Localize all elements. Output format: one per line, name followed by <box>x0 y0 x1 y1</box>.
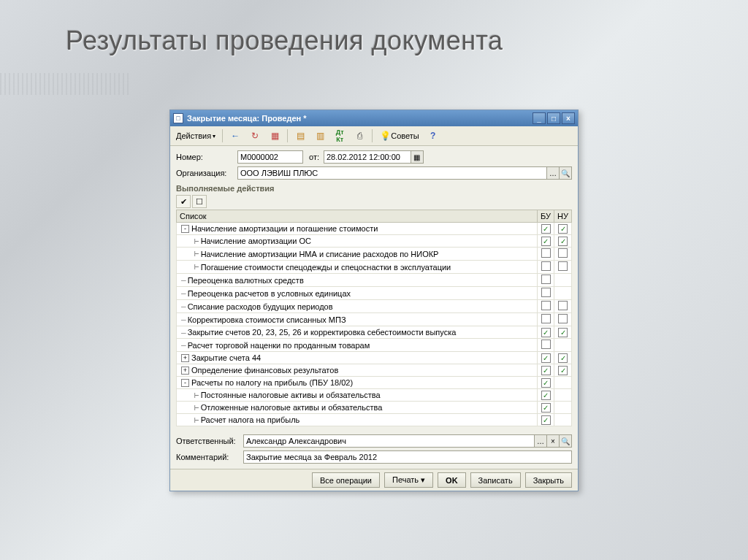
collapse-icon[interactable]: - <box>181 379 189 387</box>
bu-checkbox[interactable] <box>541 275 551 284</box>
nu-checkbox[interactable] <box>558 366 568 375</box>
bu-checkbox[interactable] <box>541 340 551 349</box>
resp-search-button[interactable]: 🔍 <box>559 434 572 448</box>
titlebar: □ Закрытие месяца: Проведен * _ □ × <box>170 110 578 126</box>
bu-checkbox[interactable] <box>541 415 551 425</box>
responsible-field[interactable] <box>243 434 535 448</box>
actions-menu[interactable]: Действия▾ <box>173 129 218 143</box>
collapse-icon[interactable]: - <box>181 225 189 233</box>
bu-checkbox[interactable] <box>541 391 551 400</box>
tree-branch-icon: ⊢ <box>194 403 199 413</box>
nu-checkbox[interactable] <box>558 301 568 310</box>
row-label: Постоянные налоговые активы и обязательс… <box>201 391 381 399</box>
table-row: —Списание расходов будущих периодов <box>177 300 572 313</box>
expand-icon[interactable]: + <box>181 354 189 362</box>
org-select-button[interactable]: … <box>546 166 560 180</box>
close-window-button[interactable]: Закрыть <box>525 472 572 488</box>
org-search-button[interactable]: 🔍 <box>559 166 572 180</box>
bu-checkbox[interactable] <box>541 366 551 375</box>
tree-leaf-icon: — <box>181 275 186 285</box>
bu-checkbox[interactable] <box>541 224 551 234</box>
table-row: ⊢Отложенные налоговые активы и обязатель… <box>177 402 572 414</box>
tips-button[interactable]: 💡Советы <box>376 129 421 143</box>
doc2-button[interactable]: ▥ <box>311 129 329 143</box>
bu-checkbox[interactable] <box>541 248 551 258</box>
bu-checkbox[interactable] <box>541 314 551 323</box>
table-row: —Корректировка стоимости списанных МПЗ <box>177 313 572 326</box>
help-button[interactable]: ? <box>424 129 442 143</box>
row-label: Начисление амортизации НМА и списание ра… <box>201 250 439 258</box>
bu-checkbox[interactable] <box>541 288 551 297</box>
document-icon: ▤ <box>294 130 306 142</box>
date-field[interactable] <box>324 150 411 164</box>
close-button[interactable]: × <box>562 112 575 124</box>
lightbulb-icon: 💡 <box>379 130 391 142</box>
row-label: Расчеты по налогу на прибыль (ПБУ 18/02) <box>191 378 353 387</box>
org-label: Организация: <box>176 169 237 177</box>
row-label: Закрытие счета 44 <box>191 353 261 362</box>
nu-checkbox[interactable] <box>558 314 568 323</box>
date-picker-button[interactable]: ▦ <box>411 150 424 164</box>
tree-branch-icon: ⊢ <box>194 415 199 425</box>
org-field[interactable] <box>237 166 547 180</box>
resp-clear-button[interactable]: × <box>546 434 560 448</box>
help-icon: ? <box>427 130 439 142</box>
button-bar: Все операции Печать ▾ OK Записать Закрыт… <box>170 469 578 491</box>
responsible-label: Ответственный: <box>176 437 243 445</box>
refresh-button[interactable]: ↻ <box>246 129 264 143</box>
tree-leaf-icon: — <box>181 288 186 298</box>
dtkt-icon: ДтКт <box>334 130 346 142</box>
table-row: +Закрытие счета 44 <box>177 352 572 364</box>
resp-select-button[interactable]: … <box>534 434 547 448</box>
section-title: Выполняемые действия <box>176 184 572 193</box>
print-button[interactable]: ⎙ <box>351 129 368 143</box>
comment-field[interactable] <box>243 450 572 464</box>
row-label: Определение финансовых результатов <box>191 366 338 375</box>
bu-checkbox[interactable] <box>541 403 551 413</box>
tree-branch-icon: ⊢ <box>194 249 199 258</box>
back-button[interactable]: ← <box>226 129 244 143</box>
bu-checkbox[interactable] <box>541 378 551 388</box>
table-row: ⊢Начисление амортизации НМА и списание р… <box>177 248 572 261</box>
col-bu: БУ <box>538 210 554 223</box>
table-row: -Расчеты по налогу на прибыль (ПБУ 18/02… <box>177 377 572 389</box>
row-label: Закрытие счетов 20, 23, 25, 26 и коррект… <box>188 328 457 337</box>
table-row: +Определение финансовых результатов <box>177 364 572 377</box>
calendar-small-icon: ▦ <box>413 153 420 161</box>
bu-checkbox[interactable] <box>541 261 551 271</box>
bu-checkbox[interactable] <box>541 301 551 310</box>
bu-checkbox[interactable] <box>541 328 551 337</box>
bu-checkbox[interactable] <box>541 237 551 246</box>
row-label: Погашение стоимости спецодежды и спецосн… <box>201 263 451 272</box>
number-field[interactable] <box>237 150 303 164</box>
maximize-button[interactable]: □ <box>547 112 560 124</box>
row-label: Отложенные налоговые активы и обязательс… <box>201 403 383 412</box>
tree-branch-icon: ⊢ <box>194 237 199 246</box>
uncheck-all-button[interactable]: ☐ <box>192 195 207 208</box>
number-label: Номер: <box>176 153 237 161</box>
col-list: Список <box>177 210 538 223</box>
calendar-button[interactable]: ▦ <box>266 129 283 143</box>
ok-button[interactable]: OK <box>438 472 466 488</box>
nu-checkbox[interactable] <box>558 353 568 363</box>
doc1-button[interactable]: ▤ <box>291 129 309 143</box>
all-operations-button[interactable]: Все операции <box>312 472 380 488</box>
row-label: Начисление амортизации ОС <box>201 237 311 245</box>
nu-checkbox[interactable] <box>558 261 568 271</box>
nu-checkbox[interactable] <box>558 328 568 337</box>
arrow-left-icon: ← <box>229 130 241 142</box>
nu-checkbox[interactable] <box>558 224 568 234</box>
table-row: —Переоценка валютных средств <box>177 274 572 287</box>
expand-icon[interactable]: + <box>181 367 189 375</box>
save-button[interactable]: Записать <box>470 472 521 488</box>
table-row: —Закрытие счетов 20, 23, 25, 26 и коррек… <box>177 326 572 339</box>
bu-checkbox[interactable] <box>541 353 551 363</box>
print-menu-button[interactable]: Печать ▾ <box>384 472 433 488</box>
nu-checkbox[interactable] <box>558 248 568 258</box>
dtkt-button[interactable]: ДтКт <box>331 129 348 143</box>
toolbar: Действия▾ ← ↻ ▦ ▤ ▥ ДтКт ⎙ 💡Советы ? <box>170 126 578 146</box>
row-label: Корректировка стоимости списанных МПЗ <box>188 315 346 324</box>
minimize-button[interactable]: _ <box>533 112 546 124</box>
nu-checkbox[interactable] <box>558 237 568 246</box>
check-all-button[interactable]: ✔ <box>176 195 191 208</box>
